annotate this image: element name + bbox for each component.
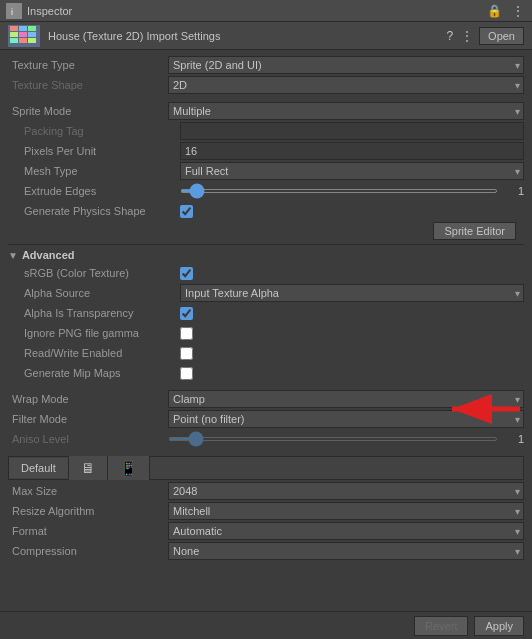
pixels-per-unit-input[interactable] bbox=[180, 142, 524, 160]
alpha-transparency-label: Alpha Is Transparency bbox=[20, 307, 180, 319]
packing-tag-label: Packing Tag bbox=[20, 125, 180, 137]
title-bar-label: Inspector bbox=[27, 5, 485, 17]
main-content: Texture Type Sprite (2D and UI) Texture … bbox=[0, 50, 532, 611]
generate-mip-maps-label: Generate Mip Maps bbox=[20, 367, 180, 379]
sprite-editor-btn-row: Sprite Editor bbox=[8, 222, 524, 240]
compression-label: Compression bbox=[8, 545, 168, 557]
extrude-edges-row: Extrude Edges 1 bbox=[8, 182, 524, 200]
extrude-edges-label: Extrude Edges bbox=[20, 185, 180, 197]
ignore-png-label: Ignore PNG file gamma bbox=[20, 327, 180, 339]
aniso-level-slider[interactable] bbox=[168, 437, 498, 441]
filter-mode-dropdown-wrapper: Point (no filter) bbox=[168, 410, 524, 428]
svg-rect-3 bbox=[19, 26, 27, 31]
alpha-transparency-row: Alpha Is Transparency bbox=[8, 304, 524, 322]
apply-button[interactable]: Apply bbox=[474, 616, 524, 636]
max-size-dropdown-wrapper: 2048 bbox=[168, 482, 524, 500]
svg-rect-9 bbox=[19, 38, 27, 43]
format-row: Format Automatic bbox=[8, 522, 524, 540]
compression-row: Compression None bbox=[8, 542, 524, 560]
texture-type-dropdown-wrapper: Sprite (2D and UI) bbox=[168, 56, 524, 74]
format-dropdown[interactable]: Automatic bbox=[168, 522, 524, 540]
filter-mode-label: Filter Mode bbox=[8, 413, 168, 425]
svg-rect-7 bbox=[28, 32, 36, 37]
sub-menu-button[interactable]: ⋮ bbox=[459, 29, 475, 43]
format-dropdown-wrapper: Automatic bbox=[168, 522, 524, 540]
help-button[interactable]: ? bbox=[444, 29, 455, 43]
wrap-mode-row: Wrap Mode Clamp bbox=[8, 390, 524, 408]
resize-algorithm-dropdown[interactable]: Mitchell bbox=[168, 502, 524, 520]
alpha-transparency-wrapper bbox=[180, 307, 193, 320]
alpha-source-dropdown[interactable]: Input Texture Alpha bbox=[180, 284, 524, 302]
packing-tag-input[interactable] bbox=[180, 122, 524, 140]
filter-mode-dropdown[interactable]: Point (no filter) bbox=[168, 410, 524, 428]
aniso-level-value: 1 bbox=[504, 433, 524, 445]
monitor-platform-tab[interactable]: 🖥 bbox=[69, 456, 108, 480]
sprite-mode-label: Sprite Mode bbox=[8, 105, 168, 117]
max-size-row: Max Size 2048 bbox=[8, 482, 524, 500]
filter-mode-row: Filter Mode Point (no filter) bbox=[8, 410, 524, 428]
ignore-png-wrapper bbox=[180, 327, 193, 340]
svg-rect-4 bbox=[28, 26, 36, 31]
advanced-section-title: Advanced bbox=[22, 249, 75, 261]
format-label: Format bbox=[8, 525, 168, 537]
title-bar-actions: 🔒 ⋮ bbox=[485, 4, 526, 18]
packing-tag-row: Packing Tag bbox=[8, 122, 524, 140]
texture-type-row: Texture Type Sprite (2D and UI) bbox=[8, 56, 524, 74]
mesh-type-dropdown-wrapper: Full Rect bbox=[180, 162, 524, 180]
read-write-checkbox[interactable] bbox=[180, 347, 193, 360]
svg-point-0 bbox=[8, 5, 20, 17]
generate-physics-shape-label: Generate Physics Shape bbox=[20, 205, 180, 217]
mesh-type-dropdown[interactable]: Full Rect bbox=[180, 162, 524, 180]
aniso-level-slider-row: 1 bbox=[168, 433, 524, 445]
platform-header: Default 🖥 📱 bbox=[8, 456, 524, 480]
ignore-png-row: Ignore PNG file gamma bbox=[8, 324, 524, 342]
generate-physics-shape-wrapper bbox=[180, 205, 193, 218]
compression-dropdown[interactable]: None bbox=[168, 542, 524, 560]
advanced-toggle-icon[interactable]: ▼ bbox=[8, 250, 18, 261]
inspector-icon: i bbox=[6, 3, 22, 19]
lock-button[interactable]: 🔒 bbox=[485, 4, 504, 18]
texture-type-dropdown[interactable]: Sprite (2D and UI) bbox=[168, 56, 524, 74]
open-button[interactable]: Open bbox=[479, 27, 524, 45]
alpha-source-dropdown-wrapper: Input Texture Alpha bbox=[180, 284, 524, 302]
texture-shape-dropdown-wrapper: 2D bbox=[168, 76, 524, 94]
texture-shape-dropdown[interactable]: 2D bbox=[168, 76, 524, 94]
sub-header: House (Texture 2D) Import Settings ? ⋮ O… bbox=[0, 22, 532, 50]
advanced-section-header: ▼ Advanced bbox=[8, 249, 524, 261]
alpha-source-row: Alpha Source Input Texture Alpha bbox=[8, 284, 524, 302]
alpha-source-label: Alpha Source bbox=[20, 287, 180, 299]
generate-mip-maps-checkbox[interactable] bbox=[180, 367, 193, 380]
default-platform-tab[interactable]: Default bbox=[9, 458, 69, 478]
sprite-editor-button[interactable]: Sprite Editor bbox=[433, 222, 516, 240]
sprite-mode-dropdown[interactable]: Multiple bbox=[168, 102, 524, 120]
srgb-wrapper bbox=[180, 267, 193, 280]
wrap-mode-dropdown[interactable]: Clamp bbox=[168, 390, 524, 408]
read-write-row: Read/Write Enabled bbox=[8, 344, 524, 362]
aniso-level-row: Aniso Level 1 bbox=[8, 430, 524, 448]
svg-rect-6 bbox=[19, 32, 27, 37]
sub-header-actions: ? ⋮ Open bbox=[444, 27, 524, 45]
title-menu-button[interactable]: ⋮ bbox=[510, 4, 526, 18]
ignore-png-checkbox[interactable] bbox=[180, 327, 193, 340]
generate-physics-shape-row: Generate Physics Shape bbox=[8, 202, 524, 220]
resize-algorithm-dropdown-wrapper: Mitchell bbox=[168, 502, 524, 520]
svg-rect-8 bbox=[10, 38, 18, 43]
phone-platform-tab[interactable]: 📱 bbox=[108, 456, 150, 480]
srgb-row: sRGB (Color Texture) bbox=[8, 264, 524, 282]
revert-button[interactable]: Revert bbox=[414, 616, 468, 636]
generate-mip-maps-row: Generate Mip Maps bbox=[8, 364, 524, 382]
title-bar: i Inspector 🔒 ⋮ bbox=[0, 0, 532, 22]
extrude-edges-slider[interactable] bbox=[180, 189, 498, 193]
pixels-per-unit-label: Pixels Per Unit bbox=[20, 145, 180, 157]
srgb-label: sRGB (Color Texture) bbox=[20, 267, 180, 279]
svg-rect-10 bbox=[28, 38, 36, 43]
texture-shape-label: Texture Shape bbox=[8, 79, 168, 91]
svg-rect-2 bbox=[10, 26, 18, 31]
svg-text:i: i bbox=[11, 7, 13, 17]
alpha-transparency-checkbox[interactable] bbox=[180, 307, 193, 320]
generate-physics-shape-checkbox[interactable] bbox=[180, 205, 193, 218]
asset-icon bbox=[8, 25, 40, 47]
max-size-dropdown[interactable]: 2048 bbox=[168, 482, 524, 500]
texture-type-label: Texture Type bbox=[8, 59, 168, 71]
srgb-checkbox[interactable] bbox=[180, 267, 193, 280]
